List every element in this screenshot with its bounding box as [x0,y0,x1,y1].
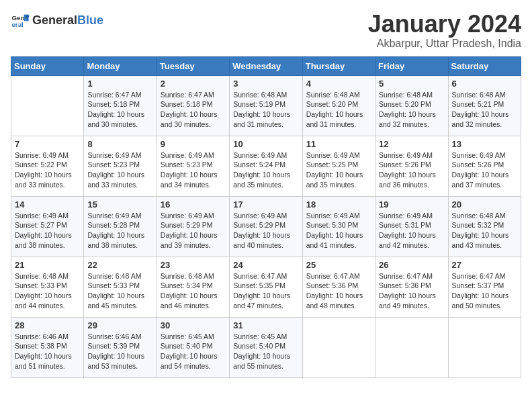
calendar-cell: 12Sunrise: 6:49 AMSunset: 5:26 PMDayligh… [375,136,448,196]
day-detail: Sunrise: 6:47 AMSunset: 5:18 PMDaylight:… [161,90,226,130]
day-number: 21 [15,260,80,270]
day-number: 8 [87,139,152,149]
day-detail: Sunrise: 6:49 AMSunset: 5:23 PMDaylight:… [87,150,152,190]
day-number: 30 [161,320,226,330]
day-detail: Sunrise: 6:47 AMSunset: 5:36 PMDaylight:… [379,271,444,311]
svg-text:eral: eral [11,21,24,28]
day-detail: Sunrise: 6:48 AMSunset: 5:21 PMDaylight:… [452,90,517,130]
calendar-cell: 30Sunrise: 6:45 AMSunset: 5:40 PMDayligh… [157,317,229,377]
calendar-cell: 2Sunrise: 6:47 AMSunset: 5:18 PMDaylight… [157,75,229,136]
calendar-cell: 10Sunrise: 6:49 AMSunset: 5:24 PMDayligh… [230,136,302,196]
day-number: 13 [452,139,517,149]
calendar-cell: 17Sunrise: 6:49 AMSunset: 5:29 PMDayligh… [230,196,302,257]
day-detail: Sunrise: 6:49 AMSunset: 5:25 PMDaylight:… [306,150,371,190]
day-detail: Sunrise: 6:48 AMSunset: 5:33 PMDaylight:… [15,271,80,311]
day-number: 16 [161,199,226,210]
day-detail: Sunrise: 6:48 AMSunset: 5:33 PMDaylight:… [87,271,152,311]
calendar-cell: 20Sunrise: 6:48 AMSunset: 5:32 PMDayligh… [448,196,521,257]
day-number: 15 [87,199,152,210]
calendar-cell: 23Sunrise: 6:48 AMSunset: 5:34 PMDayligh… [157,257,229,317]
day-detail: Sunrise: 6:49 AMSunset: 5:29 PMDaylight:… [161,211,226,250]
day-detail: Sunrise: 6:46 AMSunset: 5:39 PMDaylight:… [87,332,152,371]
weekday-header-monday: Monday [84,56,157,75]
calendar-cell: 14Sunrise: 6:49 AMSunset: 5:27 PMDayligh… [11,196,84,257]
day-detail: Sunrise: 6:49 AMSunset: 5:26 PMDaylight:… [452,150,517,190]
calendar-cell: 31Sunrise: 6:45 AMSunset: 5:40 PMDayligh… [230,317,302,377]
calendar-cell: 19Sunrise: 6:49 AMSunset: 5:31 PMDayligh… [375,196,448,257]
day-number: 4 [306,79,371,89]
day-detail: Sunrise: 6:48 AMSunset: 5:20 PMDaylight:… [306,90,371,130]
day-detail: Sunrise: 6:45 AMSunset: 5:40 PMDaylight:… [161,332,226,371]
calendar-week-row: 28Sunrise: 6:46 AMSunset: 5:38 PMDayligh… [11,317,521,377]
day-detail: Sunrise: 6:49 AMSunset: 5:24 PMDaylight:… [233,150,298,190]
calendar-cell: 8Sunrise: 6:49 AMSunset: 5:23 PMDaylight… [84,136,157,196]
day-detail: Sunrise: 6:47 AMSunset: 5:35 PMDaylight:… [233,271,298,311]
day-number: 27 [452,260,517,270]
calendar-cell: 22Sunrise: 6:48 AMSunset: 5:33 PMDayligh… [84,257,157,317]
calendar-cell: 13Sunrise: 6:49 AMSunset: 5:26 PMDayligh… [448,136,521,196]
day-detail: Sunrise: 6:49 AMSunset: 5:22 PMDaylight:… [15,150,80,190]
weekday-header-wednesday: Wednesday [230,56,302,75]
calendar-cell [302,317,375,377]
calendar-cell: 15Sunrise: 6:49 AMSunset: 5:28 PMDayligh… [84,196,157,257]
day-detail: Sunrise: 6:48 AMSunset: 5:20 PMDaylight:… [379,90,444,130]
calendar-cell: 4Sunrise: 6:48 AMSunset: 5:20 PMDaylight… [302,75,375,136]
day-detail: Sunrise: 6:49 AMSunset: 5:28 PMDaylight:… [87,211,152,250]
calendar-cell: 16Sunrise: 6:49 AMSunset: 5:29 PMDayligh… [157,196,229,257]
weekday-header-tuesday: Tuesday [157,56,229,75]
weekday-header-friday: Friday [375,56,448,75]
weekday-header-thursday: Thursday [302,56,375,75]
day-number: 10 [233,139,298,149]
title-area: January 2024 Akbarpur, Uttar Pradesh, In… [368,11,521,50]
calendar-cell [375,317,448,377]
weekday-header-saturday: Saturday [448,56,521,75]
day-number: 3 [233,79,298,89]
calendar-cell: 9Sunrise: 6:49 AMSunset: 5:23 PMDaylight… [157,136,229,196]
day-number: 24 [233,260,298,270]
day-number: 11 [306,139,371,149]
calendar-cell: 26Sunrise: 6:47 AMSunset: 5:36 PMDayligh… [375,257,448,317]
day-number: 9 [161,139,226,149]
day-number: 17 [233,199,298,210]
day-detail: Sunrise: 6:47 AMSunset: 5:37 PMDaylight:… [452,271,517,311]
day-number: 14 [15,199,80,210]
day-detail: Sunrise: 6:47 AMSunset: 5:36 PMDaylight:… [306,271,371,311]
day-number: 7 [15,139,80,149]
calendar-cell: 3Sunrise: 6:48 AMSunset: 5:19 PMDaylight… [230,75,302,136]
day-number: 20 [452,199,517,210]
calendar-cell: 24Sunrise: 6:47 AMSunset: 5:35 PMDayligh… [230,257,302,317]
calendar-cell: 27Sunrise: 6:47 AMSunset: 5:37 PMDayligh… [448,257,521,317]
day-detail: Sunrise: 6:49 AMSunset: 5:23 PMDaylight:… [161,150,226,190]
day-detail: Sunrise: 6:48 AMSunset: 5:34 PMDaylight:… [161,271,226,311]
day-number: 2 [161,79,226,89]
calendar-cell: 29Sunrise: 6:46 AMSunset: 5:39 PMDayligh… [84,317,157,377]
day-number: 29 [87,320,152,330]
calendar-cell: 18Sunrise: 6:49 AMSunset: 5:30 PMDayligh… [302,196,375,257]
day-detail: Sunrise: 6:48 AMSunset: 5:32 PMDaylight:… [452,211,517,250]
calendar-week-row: 1Sunrise: 6:47 AMSunset: 5:18 PMDaylight… [11,75,521,136]
day-number: 22 [87,260,152,270]
day-number: 6 [452,79,517,89]
calendar-cell: 5Sunrise: 6:48 AMSunset: 5:20 PMDaylight… [375,75,448,136]
calendar-cell: 7Sunrise: 6:49 AMSunset: 5:22 PMDaylight… [11,136,84,196]
day-number: 1 [87,79,152,89]
logo: Gen eral GeneralBlue [11,11,103,30]
day-number: 19 [379,199,444,210]
day-detail: Sunrise: 6:46 AMSunset: 5:38 PMDaylight:… [15,332,80,371]
calendar-cell: 21Sunrise: 6:48 AMSunset: 5:33 PMDayligh… [11,257,84,317]
month-year-title: January 2024 [368,11,521,38]
day-detail: Sunrise: 6:49 AMSunset: 5:26 PMDaylight:… [379,150,444,190]
calendar-week-row: 7Sunrise: 6:49 AMSunset: 5:22 PMDaylight… [11,136,521,196]
day-number: 18 [306,199,371,210]
weekday-header-row: SundayMondayTuesdayWednesdayThursdayFrid… [11,56,521,75]
day-number: 28 [15,320,80,330]
calendar-week-row: 21Sunrise: 6:48 AMSunset: 5:33 PMDayligh… [11,257,521,317]
calendar-cell [448,317,521,377]
day-detail: Sunrise: 6:49 AMSunset: 5:30 PMDaylight:… [306,211,371,250]
calendar-cell: 11Sunrise: 6:49 AMSunset: 5:25 PMDayligh… [302,136,375,196]
day-detail: Sunrise: 6:45 AMSunset: 5:40 PMDaylight:… [233,332,298,371]
day-detail: Sunrise: 6:48 AMSunset: 5:19 PMDaylight:… [233,90,298,130]
day-number: 25 [306,260,371,270]
weekday-header-sunday: Sunday [11,56,84,75]
calendar-cell [11,75,84,136]
